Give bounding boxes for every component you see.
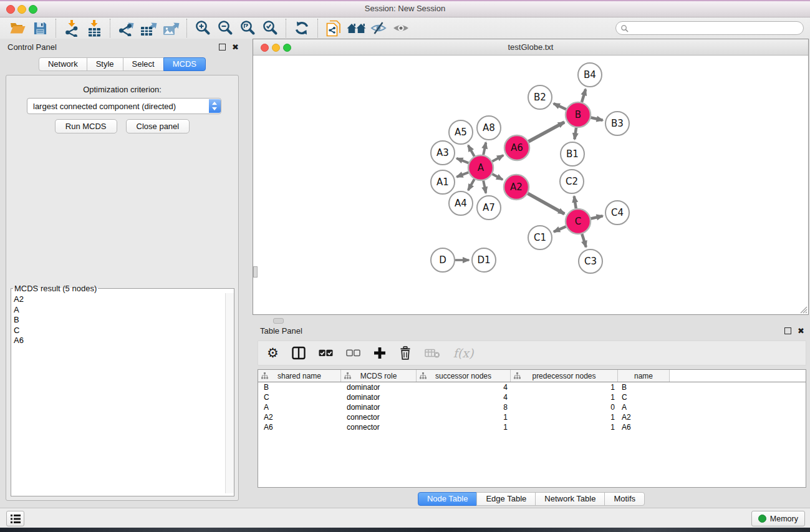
float-table-panel-icon[interactable] xyxy=(784,327,791,334)
edge-A-A4[interactable] xyxy=(468,179,475,190)
network-graph[interactable]: B4B2BB3B1A5A8A6A3AA1A2C2A4A7CC4C1C3DD1 xyxy=(253,56,808,314)
node-C3[interactable] xyxy=(579,249,602,273)
select-all-rows-button[interactable] xyxy=(319,349,333,357)
edge-A-A3[interactable] xyxy=(456,158,468,163)
splitter-handle[interactable] xyxy=(273,318,284,324)
mcds-result-item[interactable]: A2 xyxy=(11,294,234,305)
save-session-button[interactable] xyxy=(29,19,51,37)
node-B1[interactable] xyxy=(561,142,584,166)
node-A[interactable] xyxy=(468,155,493,180)
canvas-edge-handle[interactable] xyxy=(253,266,258,278)
node-C2[interactable] xyxy=(560,170,584,193)
tab-motifs[interactable]: Motifs xyxy=(604,492,645,506)
run-mcds-button[interactable]: Run MCDS xyxy=(55,119,117,133)
memory-button[interactable]: Memory xyxy=(751,511,805,526)
tab-style[interactable]: Style xyxy=(87,57,123,71)
node-A3[interactable] xyxy=(431,141,455,165)
show-all-button[interactable] xyxy=(390,19,412,37)
delete-table-button[interactable] xyxy=(425,348,440,358)
open-session-button[interactable] xyxy=(6,19,29,37)
node-B2[interactable] xyxy=(528,85,552,109)
close-panel-icon[interactable]: ✖ xyxy=(232,42,239,52)
network-canvas[interactable]: B4B2BB3B1A5A8A6A3AA1A2C2A4A7CC4C1C3DD1 xyxy=(253,56,808,314)
close-table-panel-icon[interactable]: ✖ xyxy=(798,326,804,336)
edge-A-A2[interactable] xyxy=(492,174,503,180)
edge-B-B2[interactable] xyxy=(554,104,566,109)
tab-network-table[interactable]: Network Table xyxy=(535,492,605,506)
edge-A-A5[interactable] xyxy=(468,145,475,157)
tab-mcds[interactable]: MCDS xyxy=(163,57,206,71)
export-image-button[interactable] xyxy=(160,19,182,37)
node-D[interactable] xyxy=(431,248,455,272)
optimization-criterion-select[interactable]: largest connected component (directed) xyxy=(27,98,221,114)
export-table-button[interactable] xyxy=(137,19,160,37)
node-C4[interactable] xyxy=(605,201,629,225)
float-panel-icon[interactable] xyxy=(219,44,226,51)
table-row[interactable]: A2connector11A2 xyxy=(258,412,806,422)
edge-A-A6[interactable] xyxy=(492,155,503,162)
table-row[interactable]: A6connector11A6 xyxy=(258,422,806,432)
zoom-selected-button[interactable] xyxy=(259,19,281,37)
node-A4[interactable] xyxy=(449,191,473,215)
tab-select[interactable]: Select xyxy=(123,57,164,71)
toggle-panel-layout-button[interactable] xyxy=(292,346,306,360)
edge-A6-B[interactable] xyxy=(528,122,564,142)
close-panel-button[interactable]: Close panel xyxy=(126,119,190,133)
tab-network[interactable]: Network xyxy=(39,57,87,71)
column-header-name[interactable]: name xyxy=(618,370,670,382)
refresh-view-button[interactable] xyxy=(291,19,313,37)
node-A1[interactable] xyxy=(431,170,455,194)
search-input[interactable] xyxy=(631,23,803,33)
column-header-MCDS-role[interactable]: MCDS role xyxy=(341,370,417,382)
table-row[interactable]: Adominator80A xyxy=(258,402,806,412)
table-settings-button[interactable]: ⚙ xyxy=(267,347,279,359)
mcds-result-item[interactable]: A xyxy=(11,305,234,316)
table-row[interactable]: Cdominator41C xyxy=(258,392,806,402)
edge-A-A8[interactable] xyxy=(483,143,486,155)
node-A6[interactable] xyxy=(504,135,529,160)
tab-node-table[interactable]: Node Table xyxy=(418,492,478,506)
export-network-button[interactable] xyxy=(115,19,137,37)
import-network-button[interactable] xyxy=(60,19,83,37)
delete-columns-button[interactable] xyxy=(399,346,412,360)
scrollbar-track[interactable] xyxy=(225,293,234,493)
node-B4[interactable] xyxy=(578,63,602,87)
deselect-all-rows-button[interactable] xyxy=(346,349,360,357)
edge-B-B1[interactable] xyxy=(574,128,576,139)
edge-B-B3[interactable] xyxy=(591,118,602,120)
zoom-out-button[interactable] xyxy=(214,19,236,37)
first-neighbors-button[interactable] xyxy=(345,19,367,37)
create-new-column-button[interactable] xyxy=(374,347,386,359)
mcds-result-item[interactable]: C xyxy=(11,326,234,336)
node-B3[interactable] xyxy=(605,112,629,135)
column-header-shared-name[interactable]: shared name xyxy=(258,370,341,382)
new-network-from-selection-button[interactable] xyxy=(322,19,345,37)
column-header-predecessor-nodes[interactable]: predecessor nodes xyxy=(511,370,618,382)
column-header-successor-nodes[interactable]: successor nodes xyxy=(417,370,511,382)
show-panels-button[interactable] xyxy=(6,511,24,526)
hide-selected-button[interactable] xyxy=(367,19,390,37)
edge-C-C1[interactable] xyxy=(554,226,566,231)
function-builder-button[interactable]: f(x) xyxy=(453,346,474,360)
table-row[interactable]: Bdominator41B xyxy=(258,382,806,392)
mcds-result-item[interactable]: A6 xyxy=(11,336,234,346)
node-C[interactable] xyxy=(566,209,591,234)
edge-B-B4[interactable] xyxy=(582,89,586,102)
node-A7[interactable] xyxy=(477,196,501,220)
edge-C-C3[interactable] xyxy=(582,234,586,247)
edge-C-C4[interactable] xyxy=(591,216,602,218)
node-C1[interactable] xyxy=(528,226,552,249)
edge-A-A7[interactable] xyxy=(483,181,486,193)
edge-A-A1[interactable] xyxy=(456,172,468,177)
search-field[interactable] xyxy=(615,21,804,35)
import-table-button[interactable] xyxy=(83,19,105,37)
node-A8[interactable] xyxy=(477,116,501,140)
edge-A2-C[interactable] xyxy=(528,193,564,214)
tab-edge-table[interactable]: Edge Table xyxy=(476,492,536,506)
edge-C-C2[interactable] xyxy=(574,196,576,209)
mcds-result-item[interactable]: B xyxy=(11,315,234,326)
resize-grip-icon[interactable] xyxy=(799,306,808,314)
node-A2[interactable] xyxy=(504,175,529,200)
node-D1[interactable] xyxy=(472,248,496,272)
zoom-fit-button[interactable] xyxy=(236,19,259,37)
